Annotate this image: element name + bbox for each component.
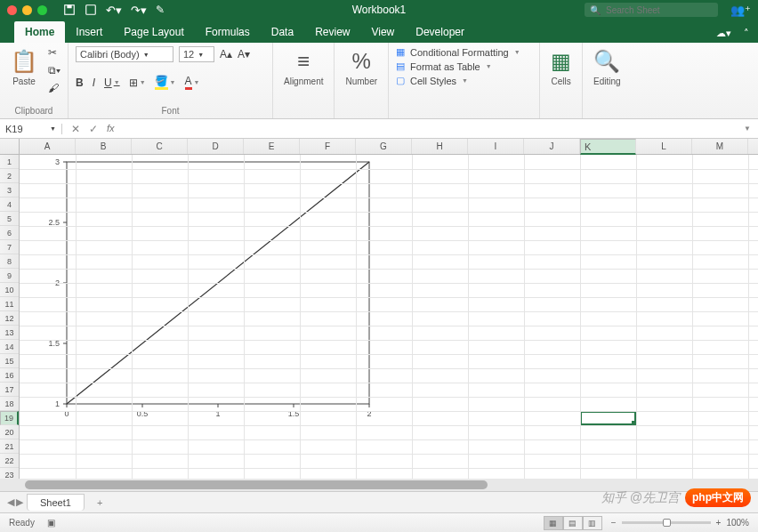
row-header[interactable]: 19 <box>0 411 19 425</box>
redo-icon[interactable]: ↷▾ <box>131 4 147 17</box>
alignment-button[interactable]: ≡ Alignment <box>280 46 327 88</box>
bold-button[interactable]: B <box>76 77 84 89</box>
row-header[interactable]: 22 <box>0 454 19 468</box>
row-header[interactable]: 10 <box>0 283 19 297</box>
normal-view-icon[interactable]: ▦ <box>544 516 563 530</box>
col-header[interactable]: A <box>20 139 76 154</box>
page-break-view-icon[interactable]: ▥ <box>583 516 602 530</box>
undo-icon[interactable]: ↶▾ <box>106 4 122 17</box>
row-header[interactable]: 6 <box>0 226 19 240</box>
add-sheet-button[interactable]: + <box>88 495 111 511</box>
font-color-button[interactable]: A▼ <box>185 75 200 90</box>
row-header[interactable]: 20 <box>0 425 19 439</box>
number-format-button[interactable]: % Number <box>342 46 381 88</box>
col-header[interactable]: H <box>412 139 468 154</box>
col-header[interactable]: C <box>132 139 188 154</box>
cells-button[interactable]: ▦ Cells <box>547 46 575 88</box>
accept-formula-icon[interactable]: ✓ <box>89 123 98 135</box>
conditional-formatting-button[interactable]: ▦Conditional Formatting▼ <box>396 46 520 58</box>
row-header[interactable]: 9 <box>0 269 19 283</box>
format-painter-icon[interactable]: 🖌 <box>48 82 60 94</box>
row-header[interactable]: 15 <box>0 354 19 368</box>
zoom-out-icon[interactable]: − <box>611 518 617 528</box>
cell-styles-button[interactable]: ▢Cell Styles▼ <box>396 75 520 86</box>
maximize-icon[interactable] <box>37 5 47 15</box>
row-header[interactable]: 2 <box>0 169 19 183</box>
font-size-select[interactable]: 12▼ <box>179 46 214 62</box>
page-layout-view-icon[interactable]: ▤ <box>563 516 583 530</box>
save-alt-icon[interactable] <box>85 4 97 16</box>
zoom-level[interactable]: 100% <box>726 518 749 528</box>
underline-button[interactable]: U▼ <box>104 77 120 89</box>
tab-home[interactable]: Home <box>14 21 65 43</box>
paste-button[interactable]: 📋 Paste <box>7 46 41 88</box>
macro-record-icon[interactable]: ▣ <box>47 518 55 528</box>
italic-button[interactable]: I <box>93 77 95 89</box>
fx-label[interactable]: fx <box>107 123 115 135</box>
collapse-ribbon-icon[interactable]: ˄ <box>744 28 749 39</box>
name-box[interactable]: K19 ▼ <box>0 124 62 134</box>
cut-icon[interactable]: ✂ <box>48 46 60 59</box>
tab-formulas[interactable]: Formulas <box>195 21 261 43</box>
col-header[interactable]: D <box>188 139 244 154</box>
row-header[interactable]: 4 <box>0 197 19 212</box>
select-all-corner[interactable] <box>0 139 20 154</box>
save-icon[interactable] <box>63 4 76 16</box>
formula-input[interactable] <box>124 124 738 134</box>
embedded-chart[interactable]: 3 2.5 2 1.5 1 0 0.5 1 1.5 2 <box>33 155 375 422</box>
search-box[interactable]: 🔍 <box>585 3 718 17</box>
format-as-table-button[interactable]: ▤Format as Table▼ <box>396 60 520 72</box>
sheet-next-icon[interactable]: ▶ <box>16 496 23 508</box>
fill-color-button[interactable]: 🪣▼ <box>155 75 176 90</box>
row-header[interactable]: 12 <box>0 311 19 326</box>
col-header[interactable]: B <box>76 139 132 154</box>
tab-review[interactable]: Review <box>304 21 360 43</box>
tab-view[interactable]: View <box>360 21 405 43</box>
col-header[interactable]: J <box>524 139 580 154</box>
tab-page-layout[interactable]: Page Layout <box>113 21 194 43</box>
cancel-formula-icon[interactable]: ✕ <box>71 123 80 135</box>
brush-icon[interactable]: ✎ <box>156 4 165 16</box>
active-cell[interactable] <box>580 411 636 425</box>
expand-formula-icon[interactable]: ▼ <box>737 125 758 133</box>
horizontal-scrollbar[interactable] <box>0 479 758 491</box>
row-header[interactable]: 8 <box>0 254 19 269</box>
sheet-tab[interactable]: Sheet1 <box>27 494 85 511</box>
tab-data[interactable]: Data <box>261 21 304 43</box>
editing-button[interactable]: 🔍 Editing <box>590 46 625 88</box>
col-header[interactable]: L <box>636 139 692 154</box>
row-header[interactable]: 18 <box>0 397 19 411</box>
increase-font-icon[interactable]: A▴ <box>220 48 232 60</box>
col-header[interactable]: I <box>468 139 524 154</box>
tab-insert[interactable]: Insert <box>65 21 113 43</box>
row-header[interactable]: 16 <box>0 368 19 383</box>
col-header[interactable]: K <box>580 139 636 155</box>
row-header[interactable]: 5 <box>0 212 19 226</box>
row-header[interactable]: 11 <box>0 297 19 311</box>
border-button[interactable]: ⊞▼ <box>129 77 146 89</box>
row-header[interactable]: 13 <box>0 326 19 340</box>
row-header[interactable]: 3 <box>0 183 19 197</box>
row-header[interactable]: 14 <box>0 340 19 354</box>
row-header[interactable]: 23 <box>0 468 19 479</box>
col-header[interactable]: G <box>356 139 412 154</box>
minimize-icon[interactable] <box>22 5 32 15</box>
zoom-in-icon[interactable]: + <box>716 518 722 528</box>
font-name-select[interactable]: Calibri (Body)▼ <box>76 46 173 62</box>
row-header[interactable]: 7 <box>0 240 19 254</box>
cloud-icon[interactable]: ☁▾ <box>716 28 731 39</box>
copy-icon[interactable]: ⧉▾ <box>48 64 60 77</box>
decrease-font-icon[interactable]: A▾ <box>238 48 250 60</box>
row-header[interactable]: 17 <box>0 383 19 397</box>
row-header[interactable]: 1 <box>0 155 19 169</box>
close-icon[interactable] <box>7 5 17 15</box>
cells-area[interactable]: 3 2.5 2 1.5 1 0 0.5 1 1.5 2 <box>20 155 758 479</box>
col-header[interactable]: M <box>692 139 748 154</box>
zoom-slider[interactable] <box>622 521 711 524</box>
name-box-dropdown-icon[interactable]: ▼ <box>50 125 56 132</box>
sheet-prev-icon[interactable]: ◀ <box>7 496 14 508</box>
col-header[interactable]: F <box>300 139 356 154</box>
col-header[interactable]: E <box>244 139 300 154</box>
scroll-thumb[interactable] <box>25 480 488 489</box>
share-icon[interactable]: 👥⁺ <box>730 4 751 17</box>
